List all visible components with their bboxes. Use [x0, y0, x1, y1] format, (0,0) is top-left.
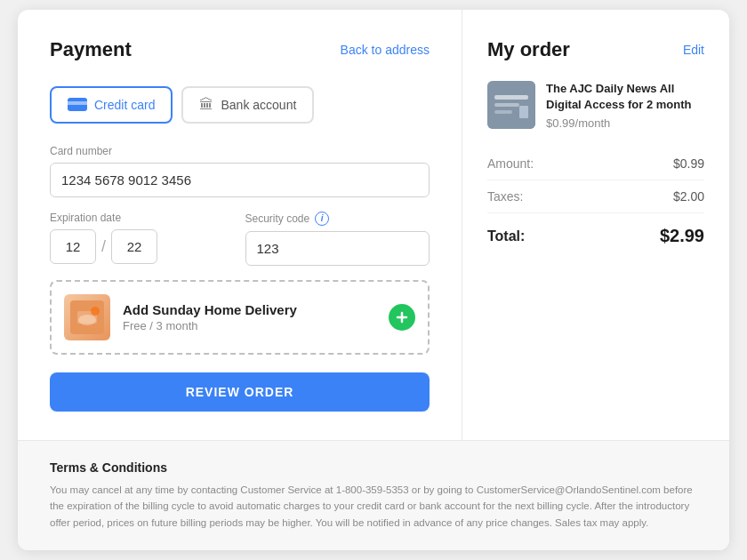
terms-title: Terms & Conditions [50, 460, 697, 475]
bank-account-tab[interactable]: 🏛 Bank account [181, 86, 314, 124]
order-item-price: $0.99/month [546, 116, 704, 130]
expiry-group: Expiration date / [50, 212, 235, 266]
payment-header: Payment Back to address [50, 38, 430, 61]
payment-title: Payment [50, 38, 132, 61]
card-number-label: Card number [50, 145, 430, 157]
order-item-svg [487, 81, 535, 129]
credit-card-tab[interactable]: Credit card [50, 86, 173, 124]
back-to-address-button[interactable]: Back to address [341, 43, 430, 57]
svg-point-3 [91, 307, 100, 316]
bank-icon: 🏛 [199, 97, 213, 113]
plus-icon [395, 310, 409, 324]
amount-value: $0.99 [673, 156, 704, 171]
security-code-input[interactable] [245, 231, 430, 266]
order-header: My order Edit [487, 38, 704, 61]
footer-section: Terms & Conditions You may cancel at any… [18, 440, 729, 550]
expiry-month-input[interactable] [50, 229, 96, 264]
expiry-security-row: Expiration date / Security code i [50, 212, 430, 266]
right-panel: My order Edit The AJC Daily News All Dig… [462, 10, 729, 440]
addon-title: Add Sunday Home Delivery [123, 302, 376, 317]
addon-text: Add Sunday Home Delivery Free / 3 month [123, 302, 376, 332]
amount-line: Amount: $0.99 [487, 148, 704, 180]
order-item-text: The AJC Daily News All Digital Access fo… [546, 81, 704, 130]
expiry-separator: / [101, 237, 106, 256]
total-line: Total: $2.99 [487, 213, 704, 246]
addon-image [64, 294, 110, 340]
order-item-name: The AJC Daily News All Digital Access fo… [546, 81, 704, 113]
payment-method-toggle: Credit card 🏛 Bank account [50, 86, 430, 124]
expiry-inputs: / [50, 229, 235, 264]
review-order-button[interactable]: REVIEW ORDER [50, 372, 430, 412]
svg-rect-10 [519, 106, 528, 118]
addon-image-svg [70, 300, 104, 334]
edit-button[interactable]: Edit [683, 43, 704, 57]
credit-card-icon [68, 98, 87, 111]
svg-rect-9 [494, 110, 512, 114]
expiry-label: Expiration date [50, 212, 235, 224]
total-label: Total: [487, 228, 525, 244]
amount-label: Amount: [487, 156, 534, 171]
order-title: My order [487, 38, 570, 61]
addon-box: Add Sunday Home Delivery Free / 3 month [50, 280, 430, 355]
security-label: Security code [245, 212, 310, 225]
taxes-line: Taxes: $2.00 [487, 180, 704, 213]
security-input-wrapper [245, 231, 430, 266]
main-content: Payment Back to address Credit card 🏛 Ba… [18, 10, 729, 440]
bank-account-label: Bank account [221, 98, 296, 112]
svg-rect-8 [494, 103, 519, 107]
card-number-input[interactable] [50, 163, 430, 197]
addon-add-button[interactable] [389, 304, 415, 331]
order-item: The AJC Daily News All Digital Access fo… [487, 81, 704, 130]
credit-card-label: Credit card [94, 98, 155, 112]
svg-rect-7 [494, 95, 528, 100]
taxes-label: Taxes: [487, 189, 523, 204]
payment-container: Payment Back to address Credit card 🏛 Ba… [18, 10, 729, 550]
security-label-row: Security code i [245, 212, 430, 226]
addon-subtitle: Free / 3 month [123, 319, 376, 332]
card-number-group: Card number [50, 145, 430, 197]
taxes-value: $2.00 [673, 189, 704, 204]
order-item-image [487, 81, 535, 129]
security-group: Security code i [245, 212, 430, 266]
total-value: $2.99 [660, 226, 704, 246]
expiry-year-input[interactable] [111, 229, 157, 264]
info-icon[interactable]: i [315, 212, 329, 226]
terms-text: You may cancel at any time by contacting… [50, 482, 697, 531]
left-panel: Payment Back to address Credit card 🏛 Ba… [18, 10, 462, 440]
